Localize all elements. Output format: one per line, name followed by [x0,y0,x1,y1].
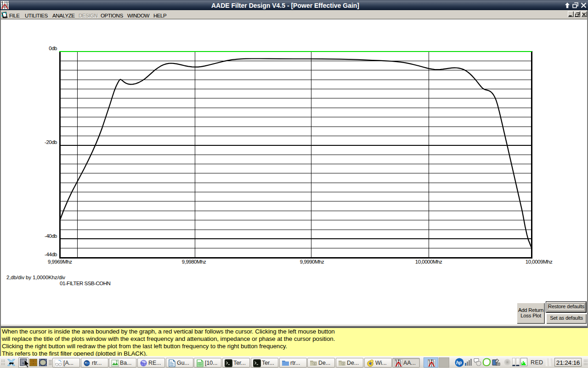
svg-text:hp: hp [456,360,462,365]
svg-text:0.00: 0.00 [428,359,433,362]
svg-text:0.00: 0.00 [395,359,400,362]
